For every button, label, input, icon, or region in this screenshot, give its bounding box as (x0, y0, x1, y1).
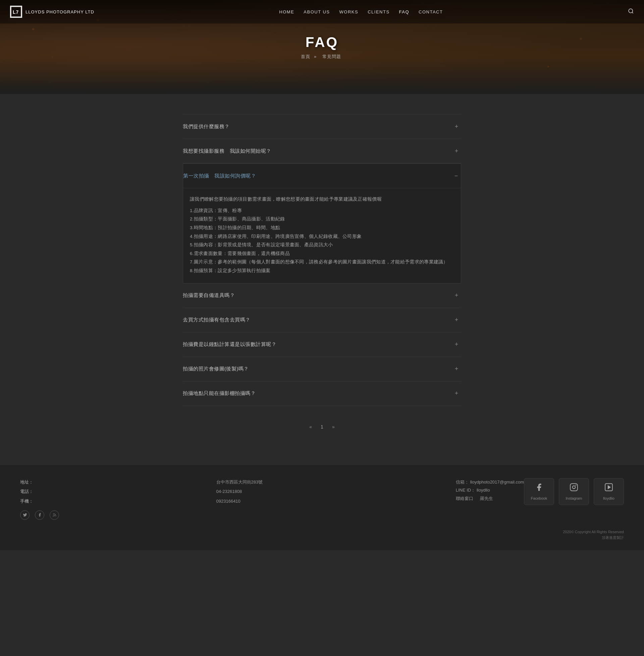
faq-header-8[interactable]: 拍攝地點只能在攝影棚拍攝嗎？ + (183, 382, 461, 406)
faq-question-8: 拍攝地點只能在攝影棚拍攝嗎？ (183, 390, 256, 397)
footer: 地址： 台中市西區大同街283號 電話： 04-23261808 手機： 092… (0, 465, 644, 550)
pagination: « 1 » (0, 406, 644, 451)
svg-point-2 (628, 9, 632, 13)
faq-question-6: 拍攝費是以鐘點計算還是以張數計算呢？ (183, 341, 276, 348)
hero-content: FAQ 首頁 » 常見問題 (301, 34, 343, 60)
instagram-card-icon (570, 483, 578, 494)
contact-label: 聯絡窗口 (456, 496, 473, 501)
faq-header-1[interactable]: 我們提供什麼服務？ + (183, 114, 461, 139)
main-content: 我們提供什麼服務？ + 我想要找攝影服務 我該如何開始呢？ + 第一次拍攝 我該… (0, 94, 644, 465)
breadcrumb: 首頁 » 常見問題 (301, 54, 343, 60)
lloydlio-card-label: lloydlio (603, 496, 615, 500)
faq-header-2[interactable]: 我想要找攝影服務 我該如何開始呢？ + (183, 139, 461, 163)
address-label: 地址： (20, 478, 206, 487)
instagram-card-label: Instagram (566, 496, 582, 500)
faq-toggle-icon-4: + (452, 291, 461, 300)
faq-header-6[interactable]: 拍攝費是以鐘點計算還是以張數計算呢？ + (183, 333, 461, 357)
svg-point-7 (576, 485, 576, 485)
mobile-label: 手機： (20, 497, 206, 506)
faq-item-2: 我想要找攝影服務 我該如何開始呢？ + (183, 139, 461, 163)
nav-links: HOME ABOUT US WORKS CLIENTS FAQ CONTACT (279, 9, 443, 15)
pagination-current[interactable]: 1 (318, 423, 326, 431)
svg-marker-9 (608, 485, 611, 489)
hero-title: FAQ (301, 34, 343, 50)
line-label: LINE ID： (456, 488, 476, 493)
nav-works[interactable]: WORKS (340, 9, 359, 15)
footer-contact: 信箱： lloydphoto2017@gmail.com LINE ID： ll… (456, 478, 524, 503)
faq-question-5: 去買方式拍攝有包含去買嗎？ (183, 317, 251, 323)
logo-icon: L7 (10, 6, 22, 18)
phone-value: 04-23261808 (216, 488, 436, 496)
lloydlio-card-icon (604, 483, 613, 494)
nav-about[interactable]: ABOUT US (303, 9, 330, 15)
faq-body-3: 讓我們瞭解您要拍攝的項目數需求畫面，瞭解您想要的畫面才能給予專業建議及正確報價喔… (183, 188, 461, 283)
faq-header-7[interactable]: 拍攝的照片會修圖(後製)嗎？ + (183, 357, 461, 381)
svg-point-6 (573, 485, 576, 489)
nav-home[interactable]: HOME (279, 9, 294, 15)
social-card-instagram[interactable]: Instagram (559, 478, 589, 505)
faq-toggle-icon-5: + (452, 315, 461, 325)
search-icon[interactable] (628, 8, 634, 16)
faq-answer-line: 4.拍攝用途：網路店家使用、印刷用途、跨境廣告宣傳、個人紀錄收藏、公司形象 (190, 232, 454, 241)
pagination-next-next[interactable]: » (330, 423, 337, 431)
faq-item-4: 拍攝需要自備道具嗎？ + (183, 284, 461, 308)
breadcrumb-home[interactable]: 首頁 (301, 54, 310, 59)
faq-toggle-icon-7: + (452, 364, 461, 374)
faq-item-5: 去買方式拍攝有包含去買嗎？ + (183, 308, 461, 333)
faq-answer-line: 6.需求畫面數量：需要幾個畫面，還共機樣商品 (190, 249, 454, 258)
facebook-card-label: Facebook (531, 496, 547, 500)
nav-faq[interactable]: FAQ (399, 9, 410, 15)
faq-toggle-icon-3: − (452, 171, 461, 181)
faq-toggle-icon-8: + (452, 389, 461, 398)
faq-answer-line: 8.拍攝預算：設定多少預算執行拍攝案 (190, 267, 454, 275)
faq-answer-intro: 讓我們瞭解您要拍攝的項目數需求畫面，瞭解您想要的畫面才能給予專業建議及正確報價喔 (190, 195, 454, 204)
copyright-link[interactable]: 頂著進度製計 (20, 535, 624, 540)
faq-question-1: 我們提供什麼服務？ (183, 123, 230, 130)
faq-item-8: 拍攝地點只能在攝影棚拍攝嗎？ + (183, 382, 461, 406)
faq-container: 我們提供什麼服務？ + 我想要找攝影服務 我該如何開始呢？ + 第一次拍攝 我該… (176, 114, 468, 406)
faq-item-7: 拍攝的照片會修圖(後製)嗎？ + (183, 357, 461, 382)
svg-line-3 (632, 12, 633, 13)
faq-header-3[interactable]: 第一次拍攝 我該如何詢價呢？ − (183, 164, 461, 188)
logo[interactable]: L7 LLOYDS PHOTOGRAPHY LTD (10, 6, 94, 18)
line-value: lloydllo (477, 488, 490, 493)
faq-question-4: 拍攝需要自備道具嗎？ (183, 292, 235, 299)
footer-main: 地址： 台中市西區大同街283號 電話： 04-23261808 手機： 092… (20, 478, 624, 520)
svg-rect-5 (570, 483, 578, 491)
faq-answer-line: 1.品牌資訊：宣傳、粉專 (190, 206, 454, 215)
social-card-facebook[interactable]: Facebook (524, 478, 554, 505)
breadcrumb-current: 常見問題 (322, 54, 341, 59)
rss-icon[interactable] (50, 511, 59, 520)
nav-contact[interactable]: CONTACT (419, 9, 443, 15)
twitter-icon[interactable] (20, 511, 29, 520)
faq-header-4[interactable]: 拍攝需要自備道具嗎？ + (183, 284, 461, 308)
email-label: 信箱： (456, 479, 469, 484)
faq-toggle-icon-6: + (452, 340, 461, 349)
footer-contact-person: 聯絡窗口 羅先生 (456, 495, 524, 503)
faq-item-3: 第一次拍攝 我該如何詢價呢？ − 讓我們瞭解您要拍攝的項目數需求畫面，瞭解您想要… (183, 163, 461, 284)
svg-text:L7: L7 (13, 9, 19, 15)
faq-toggle-icon-1: + (452, 122, 461, 131)
email-value: lloydphoto2017@gmail.com (470, 479, 524, 484)
logo-text: LLOYDS PHOTOGRAPHY LTD (25, 9, 94, 15)
faq-question-7: 拍攝的照片會修圖(後製)嗎？ (183, 366, 249, 372)
social-card-lloydlio[interactable]: lloydlio (594, 478, 624, 505)
mobile-value: 0923166410 (216, 497, 436, 506)
breadcrumb-sep: » (314, 54, 318, 59)
faq-toggle-icon-2: + (452, 146, 461, 156)
facebook-small-icon[interactable] (35, 511, 44, 520)
copyright-text: 2020© Copyright All Rights Reserved (563, 530, 624, 534)
footer-social-small (20, 511, 436, 520)
contact-sep (474, 496, 479, 501)
nav-clients[interactable]: CLIENTS (368, 9, 389, 15)
footer-line: LINE ID： lloydllo (456, 486, 524, 495)
phone-label: 電話： (20, 488, 206, 496)
faq-answer-line: 5.拍攝內容：影背景或是情境、是否有設定場景畫面、產品資訊大小 (190, 241, 454, 249)
pagination-prev-prev[interactable]: « (307, 423, 314, 431)
contact-name: 羅先生 (480, 496, 493, 501)
faq-header-5[interactable]: 去買方式拍攝有包含去買嗎？ + (183, 308, 461, 332)
svg-point-4 (53, 516, 53, 516)
facebook-card-icon (535, 483, 543, 494)
footer-info: 地址： 台中市西區大同街283號 電話： 04-23261808 手機： 092… (20, 478, 436, 520)
faq-answer-lines: 1.品牌資訊：宣傳、粉專2.拍攝類型：平面攝影、商品攝影、活動紀錄3.時間地點：… (190, 206, 454, 275)
